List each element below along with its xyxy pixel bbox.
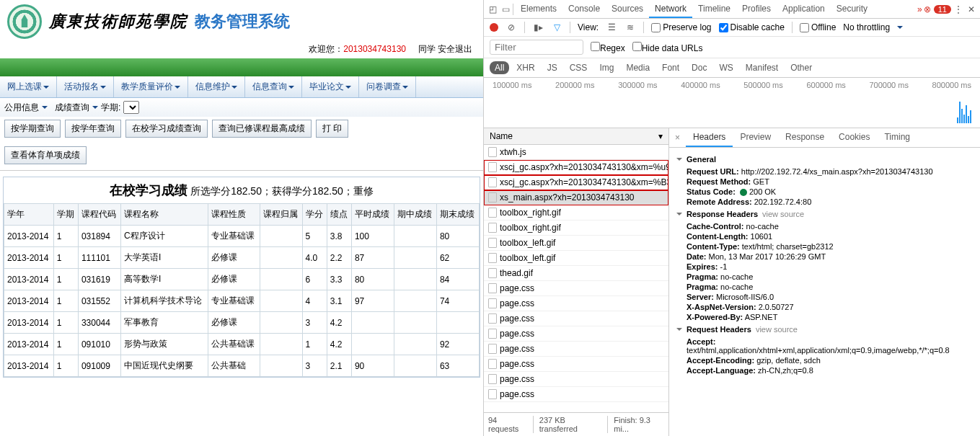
request-row[interactable]: page.css xyxy=(484,311,668,326)
request-row[interactable]: toolbox_right.gif xyxy=(484,221,668,236)
large-rows-icon[interactable]: ☰ xyxy=(606,22,617,33)
devtools-tab[interactable]: Console xyxy=(562,1,606,18)
disable-cache-checkbox[interactable]: Disable cache xyxy=(719,22,785,32)
devtools-tab[interactable]: Sources xyxy=(606,1,649,18)
type-filter-pill[interactable]: Font xyxy=(657,61,684,74)
request-row[interactable]: xscj_gc.aspx?xh=2013034743130&xm=%B3 xyxy=(484,175,668,190)
action-button[interactable]: 在校学习成绩查询 xyxy=(125,120,208,138)
type-filter-pill[interactable]: Doc xyxy=(687,61,712,74)
action-button[interactable]: 按学年查询 xyxy=(65,120,121,138)
file-icon xyxy=(488,374,497,384)
request-row[interactable]: page.css xyxy=(484,281,668,296)
nav-item[interactable]: 网上选课 xyxy=(0,76,57,97)
header-kv: Pragma: no-cache xyxy=(676,272,973,282)
kebab-icon[interactable]: ⋮ xyxy=(953,4,964,15)
nav-item[interactable]: 信息维护 xyxy=(188,76,245,97)
grades-title-sub: 所选学分182.50；获得学分182.50；重修 xyxy=(190,185,374,197)
devtools-tab[interactable]: Elements xyxy=(515,1,562,18)
subnav-label[interactable]: 成绩查询 xyxy=(55,102,89,114)
request-row[interactable]: page.css xyxy=(484,326,668,342)
request-row[interactable]: page.css xyxy=(484,342,668,357)
record-icon[interactable] xyxy=(490,23,498,32)
column-header: 学期 xyxy=(53,204,78,226)
detail-tab[interactable]: Preview xyxy=(733,128,778,147)
hide-data-checkbox[interactable]: Hide data URLs xyxy=(632,42,703,53)
action-button[interactable]: 按学期查询 xyxy=(4,120,61,138)
nav-item[interactable]: 信息查询 xyxy=(245,76,302,97)
action-button[interactable]: 打 印 xyxy=(316,120,348,138)
request-row[interactable]: page.css xyxy=(484,372,668,387)
device-icon[interactable]: ▭ xyxy=(500,4,511,15)
file-icon xyxy=(488,344,497,354)
clear-icon[interactable]: ⊘ xyxy=(506,22,517,33)
timeline-overview[interactable]: 100000 ms200000 ms300000 ms400000 ms5000… xyxy=(484,78,980,128)
action-button[interactable]: 查询已修课程最高成绩 xyxy=(212,120,312,138)
grades-title: 在校学习成绩 所选学分182.50；获得学分182.50；重修 xyxy=(4,177,480,203)
section-title[interactable]: Response Headersview source xyxy=(676,207,973,221)
type-filter-pill[interactable]: All xyxy=(490,61,509,74)
devtools-tab[interactable]: Application xyxy=(777,1,831,18)
request-row[interactable]: page.css xyxy=(484,357,668,372)
app-panel: 廣東技術師苑學院 教务管理系统 欢迎您：2013034743130 同学 安全退… xyxy=(0,0,483,436)
request-list-header[interactable]: Name▾ xyxy=(484,128,668,145)
preserve-log-checkbox[interactable]: Preserve log xyxy=(651,22,711,32)
type-filter-pill[interactable]: Img xyxy=(594,61,619,74)
detail-tab[interactable]: Timing xyxy=(877,128,917,147)
nav-item[interactable]: 教学质量评价 xyxy=(114,76,188,97)
more-icon[interactable]: » xyxy=(917,4,922,14)
term-select[interactable] xyxy=(123,101,139,114)
detail-tab[interactable]: Response xyxy=(778,128,831,147)
nav-item[interactable]: 问卷调查 xyxy=(359,76,416,97)
request-row[interactable]: page.css xyxy=(484,387,668,402)
detail-body[interactable]: GeneralRequest URL: http://202.192.72.4/… xyxy=(669,148,980,436)
request-row[interactable]: toolbox_left.gif xyxy=(484,236,668,251)
request-row[interactable]: toolbox_left.gif xyxy=(484,251,668,266)
detail-tab[interactable]: Cookies xyxy=(831,128,877,147)
inspect-icon[interactable]: ◰ xyxy=(487,4,498,15)
devtools-tab[interactable]: Profiles xyxy=(736,1,777,18)
type-filter-pill[interactable]: WS xyxy=(714,61,738,74)
type-filter-pill[interactable]: Other xyxy=(785,61,817,74)
header-kv: Content-Type: text/html; charset=gb2312 xyxy=(676,241,973,252)
regex-checkbox[interactable]: Regex xyxy=(591,42,625,53)
devtools-tab[interactable]: Network xyxy=(649,1,692,18)
camera-icon[interactable]: ▮▸ xyxy=(532,22,544,33)
type-filter-pill[interactable]: XHR xyxy=(511,61,539,74)
filter-input[interactable] xyxy=(490,40,583,55)
error-count[interactable]: 11 xyxy=(934,5,951,14)
error-icon[interactable]: ⊗ xyxy=(924,4,931,14)
nav-item[interactable]: 活动报名 xyxy=(57,76,114,97)
detail-tabs: × HeadersPreviewResponseCookiesTiming xyxy=(669,128,980,148)
column-header: 课程名称 xyxy=(120,204,208,226)
file-icon xyxy=(488,329,497,339)
request-row[interactable]: toolbox_right.gif xyxy=(484,205,668,221)
type-filter-pill[interactable]: Manifest xyxy=(741,61,783,74)
throttling-select[interactable]: No throttling xyxy=(843,22,890,32)
request-row[interactable]: page.css xyxy=(484,296,668,311)
file-icon xyxy=(488,359,497,369)
filter-icon[interactable]: ▽ xyxy=(551,22,562,33)
request-row[interactable]: xs_main.aspx?xh=2013034743130 xyxy=(484,190,668,205)
devtools-tab[interactable]: Security xyxy=(831,1,873,18)
logout-link[interactable]: 安全退出 xyxy=(438,44,472,54)
file-icon xyxy=(488,253,497,263)
sports-grades-button[interactable]: 查看体育单项成绩 xyxy=(4,146,87,164)
section-title[interactable]: Request Headersview source xyxy=(676,322,973,337)
detail-tab[interactable]: Headers xyxy=(686,128,733,147)
offline-checkbox[interactable]: Offline xyxy=(800,22,836,32)
request-row[interactable]: xtwh.js xyxy=(484,145,668,160)
file-icon xyxy=(488,298,497,308)
subnav-left[interactable]: 公用信息 xyxy=(4,102,39,114)
type-filter-pill[interactable]: CSS xyxy=(565,61,593,74)
nav-item[interactable]: 毕业论文 xyxy=(302,76,359,97)
waterfall-icon[interactable]: ≋ xyxy=(624,22,636,33)
request-row[interactable]: xscj_gc.aspx?xh=2013034743130&xm=%u9 xyxy=(484,160,668,175)
devtools-tab[interactable]: Timeline xyxy=(692,1,736,18)
section-title[interactable]: General xyxy=(676,152,973,166)
type-filter-pill[interactable]: Media xyxy=(621,61,655,74)
close-detail-icon[interactable]: × xyxy=(669,133,686,143)
caret-icon xyxy=(92,106,98,112)
close-icon[interactable]: ✕ xyxy=(966,4,977,15)
type-filter-pill[interactable]: JS xyxy=(542,61,562,74)
request-row[interactable]: thead.gif xyxy=(484,266,668,281)
